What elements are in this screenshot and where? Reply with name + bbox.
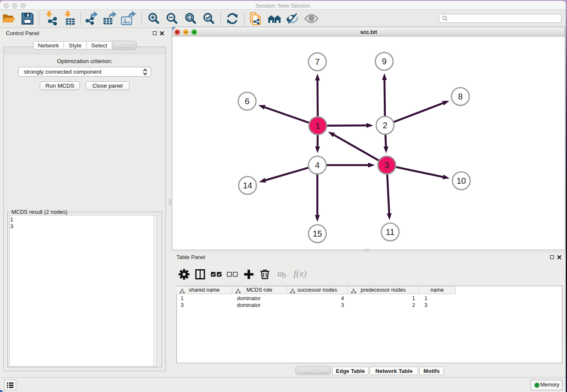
svg-text:7: 7 (315, 57, 319, 66)
svg-text:8: 8 (458, 92, 462, 101)
svg-text:3: 3 (384, 160, 389, 170)
svg-text:4: 4 (315, 160, 319, 170)
svg-text:14: 14 (243, 181, 252, 190)
svg-text:11: 11 (386, 227, 395, 237)
svg-text:15: 15 (313, 229, 322, 238)
svg-text:2: 2 (383, 121, 387, 130)
svg-text:6: 6 (245, 97, 249, 106)
svg-text:9: 9 (382, 57, 386, 66)
svg-text:1: 1 (315, 121, 320, 130)
svg-text:10: 10 (457, 176, 466, 185)
